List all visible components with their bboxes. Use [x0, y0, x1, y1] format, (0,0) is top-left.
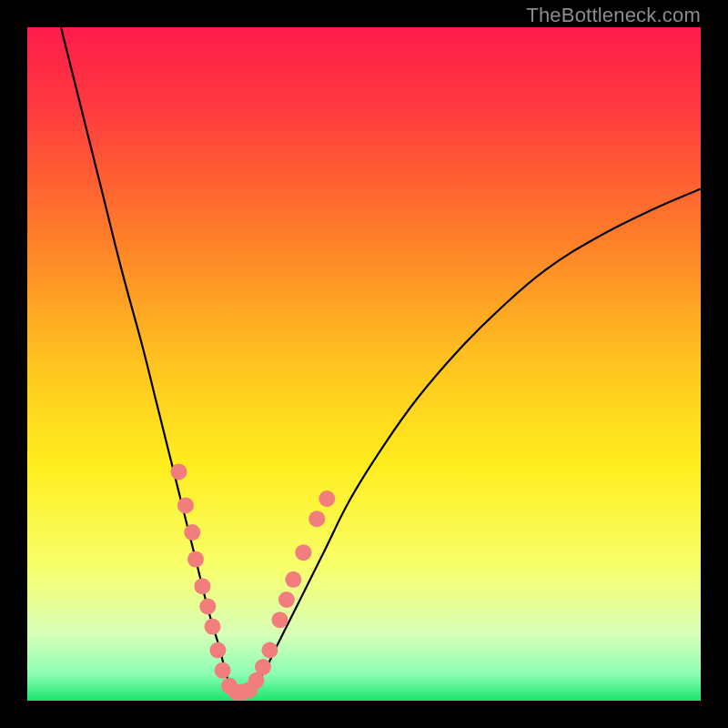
highlight-dot	[205, 619, 221, 635]
highlight-dot	[295, 544, 311, 561]
bottleneck-curve	[61, 27, 701, 694]
chart-container: TheBottleneck.com	[0, 0, 728, 728]
plot-area	[27, 27, 701, 701]
highlight-dot	[177, 497, 194, 513]
highlight-dot	[308, 511, 325, 527]
highlight-dot	[199, 598, 216, 614]
highlight-dot	[171, 463, 187, 480]
highlight-dot	[278, 592, 295, 608]
highlight-dot	[272, 612, 288, 628]
highlight-dot	[184, 524, 200, 541]
highlight-dot	[318, 490, 335, 507]
highlight-dot	[255, 659, 271, 675]
watermark-text: TheBottleneck.com	[526, 4, 701, 27]
highlight-dot	[261, 642, 278, 659]
highlight-dot	[194, 578, 210, 594]
highlight-dot	[209, 642, 226, 659]
highlight-dot	[285, 571, 301, 588]
highlight-dots	[171, 463, 336, 700]
highlight-dot	[215, 662, 231, 679]
curve-layer	[27, 27, 701, 701]
highlight-dot	[187, 551, 204, 568]
